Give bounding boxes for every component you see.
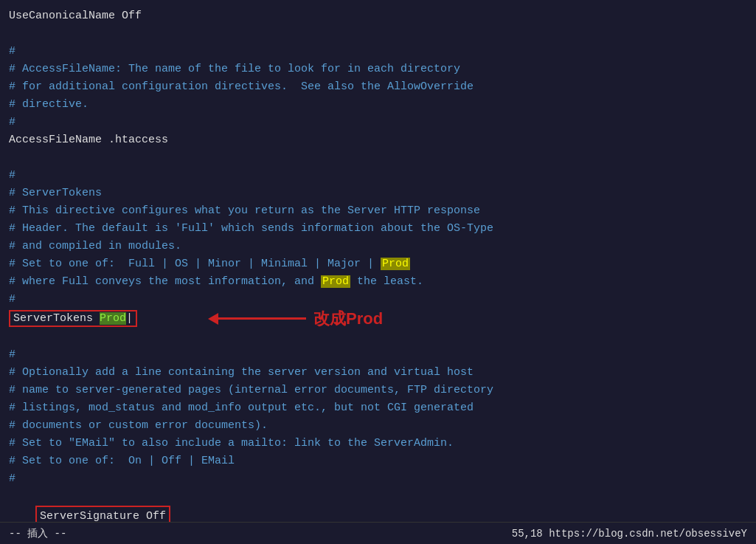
line-21: # Optionally add a line containing the s… [9,364,747,382]
insert-mode-label: -- 插入 -- [9,527,66,540]
line-7: # [9,114,747,131]
line-6: # directive. [9,96,747,114]
arrow-line [218,317,306,320]
line-5: # for additional configuration directive… [9,78,747,96]
line-11: # ServerTokens [9,185,747,202]
line-15: # Set to one of: Full | OS | Minor | Min… [9,255,747,273]
line-26: # Set to one of: On | Off | EMail [9,452,747,470]
arrow-head [208,313,218,325]
line-16: # where Full conveys the most informatio… [9,273,747,291]
annotation-text: 改成Prod [313,308,383,330]
prod-highlight-2: Prod [321,275,350,288]
arrow-annotation: 改成Prod [208,308,383,330]
line-17: # [9,291,747,309]
status-bar: -- 插入 -- 55,18 https://blog.csdn.net/obs… [0,522,756,544]
line-25: # Set to "EMail" to also include a mailt… [9,435,747,452]
line-23: # listings, mod_status and mod_info outp… [9,399,747,417]
server-tokens-row: ServerTokens Prod| 改成Prod [9,310,747,327]
line-20: # [9,346,747,364]
line-10: # [9,167,747,185]
line-13: # Header. The default is 'Full' which se… [9,220,747,238]
line-12: # This directive configures what you ret… [9,202,747,220]
line-3: # [9,43,747,61]
server-tokens-directive: ServerTokens Prod| [9,310,137,327]
line-24: # documents or custom error documents). [9,417,747,435]
line-22: # name to server-generated pages (intern… [9,382,747,399]
line-8: AccessFileName .htaccess [9,131,747,149]
line-27: # [9,470,747,488]
line-4: # AccessFileName: The name of the file t… [9,61,747,78]
line-1: UseCanonicalName Off [9,7,747,25]
prod-value: Prod [100,312,126,325]
status-position: 55,18 https://blog.csdn.net/obsessiveY [512,528,747,540]
prod-highlight-1: Prod [381,258,410,270]
line-14: # and compiled in modules. [9,238,747,255]
editor-area: UseCanonicalName Off # # AccessFileName:… [0,0,756,544]
